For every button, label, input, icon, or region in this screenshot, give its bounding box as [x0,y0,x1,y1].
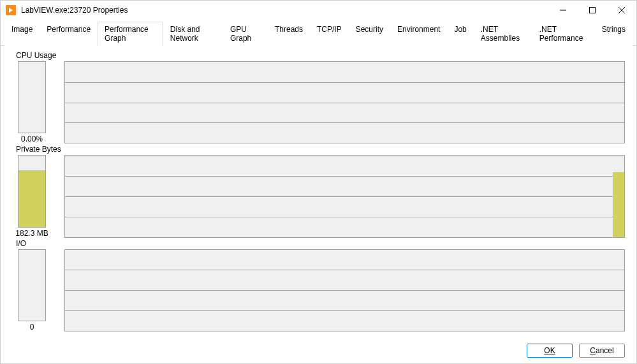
io-label: I/O [12,239,625,248]
gridline [65,176,624,177]
titlebar: LabVIEW.exe:23720 Properties [1,1,636,20]
ok-button[interactable]: OK [527,344,573,358]
io-mini-graph [18,249,46,321]
minimize-button[interactable] [548,1,578,20]
tab-strings[interactable]: Strings [595,22,633,46]
tab--net-assemblies[interactable]: .NET Assemblies [474,22,532,46]
tab--net-performance[interactable]: .NET Performance [532,22,595,46]
tab-strip: ImagePerformancePerformance GraphDisk an… [1,20,636,46]
cpu-usage-label: CPU Usage [12,51,625,60]
tab-disk-and-network[interactable]: Disk and Network [163,22,223,46]
gridline [65,270,624,270]
gridline [65,310,624,311]
io-mini-column: 0 [12,249,52,331]
io-value: 0 [30,323,34,331]
tab-gpu-graph[interactable]: GPU Graph [223,22,268,46]
gridline [65,217,624,217]
maximize-button[interactable] [578,1,607,20]
tab-performance[interactable]: Performance [40,22,98,46]
tab-security[interactable]: Security [349,22,390,46]
ok-button-label: OK [544,346,555,355]
pbytes-history-graph [64,155,625,237]
dialog-footer: OK Cancel [1,338,636,363]
tab-performance-graph[interactable]: Performance Graph [98,22,163,46]
gridline [65,122,624,123]
tab-content-performance-graph: CPU Usage 0.00% Private Bytes 182.3 [1,46,636,338]
io-section: I/O 0 [12,239,625,333]
tab-image[interactable]: Image [4,22,40,46]
cpu-mini-graph [18,61,46,133]
tab-tcp-ip[interactable]: TCP/IP [310,22,349,46]
cpu-usage-section: CPU Usage 0.00% [12,51,625,145]
tab-threads[interactable]: Threads [268,22,310,46]
gridline [65,196,624,197]
pbytes-mini-graph [18,155,46,227]
gridline [65,103,624,103]
tab-environment[interactable]: Environment [390,22,447,46]
io-history-graph [64,249,625,331]
app-icon [6,5,16,15]
pbytes-mini-column: 182.3 MB [12,155,52,237]
private-bytes-label: Private Bytes [12,145,625,154]
close-button[interactable] [607,1,636,20]
cpu-history-graph [64,61,625,143]
window-title: LabVIEW.exe:23720 Properties [21,6,128,15]
tab-job[interactable]: Job [447,22,473,46]
cpu-value: 0.00% [21,135,43,143]
window-controls [548,1,636,20]
gridline [65,82,624,83]
cpu-mini-column: 0.00% [12,61,52,143]
svg-rect-1 [590,8,596,13]
cancel-button-label: Cancel [590,346,613,355]
history-bar [613,172,624,237]
gridline [65,290,624,291]
private-bytes-section: Private Bytes 182.3 MB [12,145,625,238]
cancel-button[interactable]: Cancel [579,344,625,358]
pbytes-value: 182.3 MB [15,229,48,238]
pbytes-mini-fill [18,170,45,227]
